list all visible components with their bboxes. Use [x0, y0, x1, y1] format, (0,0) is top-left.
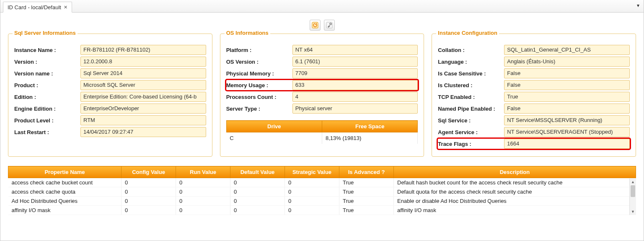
cell-config: 0: [122, 206, 176, 215]
row-engine-edition: Engine Edition :EnterpriseOrDeveloper: [14, 104, 206, 114]
label-platform: Platform :: [226, 47, 289, 53]
group-os-title: OS Informations: [225, 30, 270, 36]
value-version-name[interactable]: Sql Server 2014: [80, 68, 206, 78]
tools-button[interactable]: [324, 20, 335, 31]
row-sql-service: Sql Service :NT Service\MSSQLSERVER (Run…: [438, 115, 630, 125]
row-instance-name: Instance Name :FR-B781102 (FR-B781102): [14, 45, 206, 55]
label-server-type: Server Type :: [226, 106, 289, 112]
col-advanced[interactable]: Is Advanced ?: [339, 166, 394, 178]
drive-free: 8,13% (19813): [322, 132, 418, 144]
cell-advanced: True: [339, 206, 394, 215]
value-server-type[interactable]: Physical server: [292, 104, 418, 114]
group-sql-title: Sql Server Informations: [13, 30, 78, 36]
label-trace-flags: Trace Flags :: [438, 141, 501, 147]
value-edition[interactable]: Enterprise Edition: Core-based Licensing…: [80, 92, 206, 102]
cell-run: 0: [176, 197, 230, 206]
value-sql-service[interactable]: NT Service\MSSQLSERVER (Running): [504, 115, 630, 125]
tools-icon: [326, 22, 333, 29]
value-memory-usage[interactable]: 633: [292, 80, 418, 90]
row-trace-flags: Trace Flags :1664: [438, 139, 630, 149]
group-instance: Instance Configuration Collation :SQL_La…: [432, 34, 636, 157]
cell-config: 0: [122, 178, 176, 187]
row-clustered: Is Clustered :False: [438, 80, 630, 90]
drive-letter: C: [226, 132, 322, 144]
col-name[interactable]: Propertie Name: [8, 166, 122, 178]
value-os-version[interactable]: 6.1 (7601): [292, 57, 418, 67]
label-engine-edition: Engine Edition :: [14, 106, 77, 112]
cell-default: 0: [230, 187, 285, 197]
label-version: Version :: [14, 59, 77, 65]
value-version[interactable]: 12.0.2000.8: [80, 57, 206, 67]
value-engine-edition[interactable]: EnterpriseOrDeveloper: [80, 104, 206, 114]
label-agent-service: Agent Service :: [438, 129, 501, 135]
group-os: OS Informations Platform :NT x64 OS Vers…: [220, 34, 424, 157]
table-row[interactable]: affinity I/O mask 0 0 0 0 True affinity …: [8, 206, 636, 215]
row-agent-service: Agent Service :NT Service\SQLSERVERAGENT…: [438, 127, 630, 137]
value-trace-flags[interactable]: 1664: [504, 139, 630, 149]
cell-advanced: True: [339, 178, 394, 187]
col-config[interactable]: Config Value: [122, 166, 176, 178]
value-last-restart[interactable]: 14/04/2017 09:27:47: [80, 127, 206, 137]
cell-run: 0: [176, 187, 230, 197]
label-physical-memory: Physical Memory :: [226, 70, 289, 77]
drive-header-free[interactable]: Free Space: [322, 121, 418, 132]
close-icon[interactable]: ✕: [64, 5, 67, 10]
col-default[interactable]: Default Value: [230, 166, 285, 178]
scroll-thumb[interactable]: [631, 185, 635, 197]
row-last-restart: Last Restart :14/04/2017 09:27:47: [14, 127, 206, 137]
value-language[interactable]: Anglais (États-Unis): [504, 57, 630, 67]
cell-run: 0: [176, 178, 230, 187]
row-platform: Platform :NT x64: [226, 45, 418, 55]
value-case-sensitive[interactable]: False: [504, 68, 630, 78]
value-platform[interactable]: NT x64: [292, 45, 418, 55]
tabstrip-menu-icon[interactable]: ▾: [637, 3, 639, 8]
value-product-level[interactable]: RTM: [80, 115, 206, 125]
col-description[interactable]: Description: [394, 166, 636, 178]
value-instance-name[interactable]: FR-B781102 (FR-B781102): [80, 45, 206, 55]
cell-advanced: True: [339, 197, 394, 206]
value-physical-memory[interactable]: 7709: [292, 68, 418, 78]
label-case-sensitive: Is Case Sensitive :: [438, 70, 501, 77]
value-collation[interactable]: SQL_Latin1_General_CP1_CI_AS: [504, 45, 630, 55]
cell-strategic: 0: [285, 206, 339, 215]
value-named-pipe[interactable]: False: [504, 104, 630, 114]
scroll-up-icon[interactable]: ▲: [630, 179, 636, 185]
cell-name: Ad Hoc Distributed Queries: [8, 197, 122, 206]
table-row[interactable]: access check cache quota 0 0 0 0 True De…: [8, 187, 636, 197]
cell-strategic: 0: [285, 197, 339, 206]
drive-header-drive[interactable]: Drive: [226, 121, 322, 132]
label-collation: Collation :: [438, 47, 501, 53]
refresh-button[interactable]: [310, 20, 321, 31]
properties-panel: Propertie Name Config Value Run Value De…: [8, 166, 636, 215]
properties-scrollbar[interactable]: ▲ ▼: [629, 179, 636, 215]
cell-strategic: 0: [285, 187, 339, 197]
cell-description: Default hash bucket count for the access…: [394, 178, 636, 187]
value-clustered[interactable]: False: [504, 80, 630, 90]
table-row[interactable]: Ad Hoc Distributed Queries 0 0 0 0 True …: [8, 197, 636, 206]
row-tcp: TCP Enabled :True: [438, 92, 630, 102]
value-processors-count[interactable]: 4: [292, 92, 418, 102]
drive-row[interactable]: C 8,13% (19813): [226, 132, 418, 144]
col-run[interactable]: Run Value: [176, 166, 230, 178]
value-tcp[interactable]: True: [504, 92, 630, 102]
label-last-restart: Last Restart :: [14, 129, 77, 135]
cell-name: access check cache bucket count: [8, 178, 122, 187]
window: ID Card - local/Default ✕ ▾ Sql Server I…: [0, 0, 644, 241]
row-case-sensitive: Is Case Sensitive :False: [438, 68, 630, 78]
label-os-version: OS Version :: [226, 59, 289, 65]
tabstrip: ID Card - local/Default ✕ ▾: [0, 0, 644, 13]
tab-idcard[interactable]: ID Card - local/Default ✕: [3, 2, 72, 13]
cell-description: affinity I/O mask: [394, 206, 636, 215]
group-instance-title: Instance Configuration: [436, 30, 499, 36]
value-product[interactable]: Microsoft SQL Server: [80, 80, 206, 90]
row-named-pipe: Named Pipe Enabled :False: [438, 104, 630, 114]
label-product-level: Product Level :: [14, 117, 77, 124]
value-agent-service[interactable]: NT Service\SQLSERVERAGENT (Stopped): [504, 127, 630, 137]
cell-default: 0: [230, 178, 285, 187]
row-server-type: Server Type :Physical server: [226, 104, 418, 114]
table-row[interactable]: access check cache bucket count 0 0 0 0 …: [8, 178, 636, 187]
scroll-down-icon[interactable]: ▼: [630, 208, 636, 215]
group-sql: Sql Server Informations Instance Name :F…: [8, 34, 212, 157]
cell-strategic: 0: [285, 178, 339, 187]
col-strategic[interactable]: Strategic Value: [285, 166, 339, 178]
